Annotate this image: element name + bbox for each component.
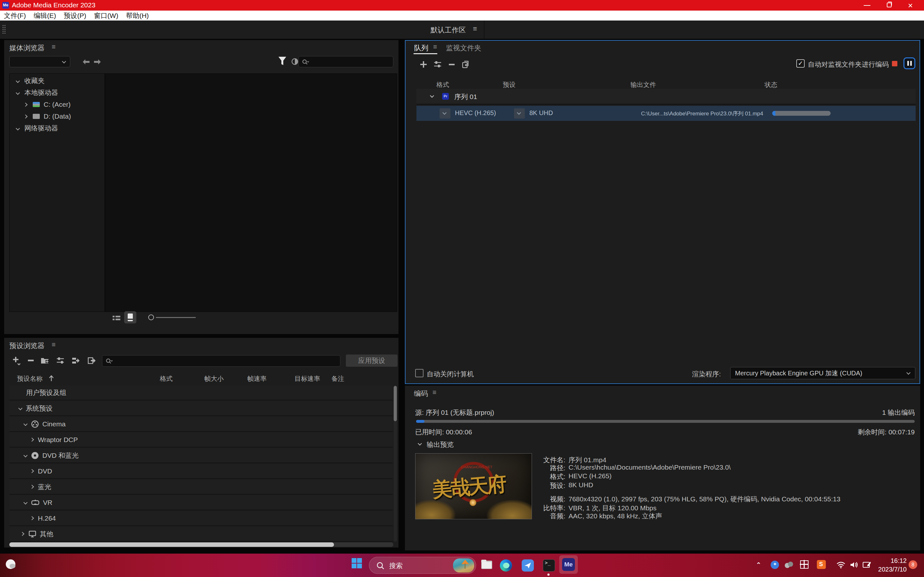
tab-watch-folders[interactable]: 监视文件夹 (446, 43, 481, 53)
menu-preset[interactable]: 预设(P) (64, 11, 86, 20)
grip-handle-icon[interactable] (3, 25, 3, 26)
media-browser-menu-icon[interactable]: ≡ (52, 43, 55, 51)
qcol-format[interactable]: 格式 (436, 81, 449, 89)
back-arrow-icon[interactable] (82, 59, 90, 65)
minimize-button[interactable] (857, 0, 877, 11)
auto-encode-checkbox[interactable]: ✓ (796, 59, 804, 68)
tray-sogou-icon[interactable]: S (817, 560, 826, 569)
list-view-icon[interactable] (113, 315, 120, 321)
workspace-menu-icon[interactable]: ≡ (473, 25, 477, 33)
renderer-select[interactable]: Mercury Playback Engine GPU 加速 (CUDA) (730, 367, 915, 379)
tree-item-drive-d[interactable]: D: (Data) (24, 111, 71, 122)
queue-item-format[interactable]: HEVC (H.265) (455, 109, 496, 117)
export-preset-icon[interactable] (87, 356, 97, 366)
forward-arrow-icon[interactable] (94, 59, 102, 65)
preset-row-dvd[interactable]: DVD (9, 464, 393, 479)
preset-row-cinema[interactable]: Cinema (9, 417, 393, 432)
tree-item-network-drives[interactable]: 网络驱动器 (16, 123, 58, 134)
tray-app1-icon[interactable]: ✦ (771, 561, 779, 569)
preset-row-system[interactable]: 系统预设 (9, 401, 393, 416)
wifi-icon[interactable] (836, 561, 846, 569)
encoding-menu-icon[interactable]: ≡ (433, 388, 436, 396)
thumbnail-view-icon[interactable] (124, 311, 136, 324)
search-icon (105, 358, 113, 365)
preset-row-h264[interactable]: H.264 (9, 511, 393, 526)
zoom-slider-track[interactable] (156, 317, 196, 318)
qcol-status[interactable]: 状态 (764, 81, 777, 89)
format-dropdown[interactable] (439, 108, 451, 119)
zoom-slider-handle[interactable] (148, 314, 154, 320)
preset-settings-icon[interactable] (55, 356, 65, 366)
col-target-rate[interactable]: 目标速率 (294, 374, 320, 383)
add-source-icon[interactable] (419, 60, 428, 69)
tray-ime-icon[interactable] (800, 560, 809, 569)
pen-icon[interactable] (863, 561, 871, 569)
preset-dropdown[interactable] (514, 108, 525, 119)
workspace-label[interactable]: 默认工作区 (431, 25, 466, 35)
notification-badge[interactable]: 8 (909, 560, 917, 569)
queue-item-row[interactable]: HEVC (H.265) 8K UHD C:\User...ts\Adobe\P… (417, 106, 916, 121)
remove-source-icon[interactable] (447, 60, 456, 69)
col-frame-rate[interactable]: 帧速率 (247, 374, 267, 383)
apply-preset-button[interactable]: 应用预设 (346, 355, 397, 367)
search-highlight-image[interactable] (453, 558, 474, 572)
preset-search-input[interactable] (102, 355, 341, 367)
add-preset-icon[interactable] (11, 356, 21, 366)
preset-row-wraptor[interactable]: Wraptor DCP (9, 432, 393, 448)
weather-icon[interactable] (5, 559, 17, 570)
tree-item-local-drives[interactable]: 本地驱动器 (16, 87, 58, 98)
tray-app2-icon[interactable] (785, 562, 793, 569)
start-button[interactable] (352, 558, 362, 568)
menu-edit[interactable]: 编辑(E) (34, 11, 56, 20)
remove-preset-icon[interactable] (26, 356, 36, 366)
queue-group-row[interactable]: Pr 序列 01 (417, 89, 916, 105)
taskbar-edge-icon[interactable] (499, 558, 514, 572)
taskbar-terminal-icon[interactable]: >_ (542, 558, 557, 572)
taskbar-clock[interactable]: 16:12 2023/7/10 (878, 556, 907, 574)
preset-row-other[interactable]: 其他 (9, 527, 393, 542)
col-preset-name[interactable]: 预设名称 (17, 374, 43, 383)
filter-icon[interactable] (278, 56, 287, 66)
queue-item-output[interactable]: C:\User...ts\Adobe\Premiere Pro\23.0\序列 … (641, 110, 763, 117)
stop-icon[interactable] (892, 61, 897, 66)
taskbar-explorer-icon[interactable] (480, 558, 494, 572)
tree-item-drive-c[interactable]: C: (Acer) (24, 99, 71, 110)
close-button[interactable]: × (902, 0, 921, 11)
queue-item-preset[interactable]: 8K UHD (529, 109, 553, 117)
qcol-preset[interactable]: 预设 (503, 81, 515, 89)
preset-row-bluray[interactable]: 蓝光 (9, 480, 393, 495)
preset-row-dvd-bluray[interactable]: DVD 和蓝光 (9, 448, 393, 463)
tray-expand-icon[interactable]: ⌃ (756, 561, 761, 569)
queue-menu-icon[interactable]: ≡ (433, 43, 437, 51)
menu-window[interactable]: 窗口(W) (94, 11, 118, 20)
sort-asc-icon (48, 376, 54, 382)
menu-file[interactable]: 文件(F) (4, 11, 26, 20)
ingest-icon[interactable] (291, 58, 299, 65)
taskbar-app-icon[interactable] (521, 558, 535, 572)
tab-queue[interactable]: 队列 (414, 43, 428, 53)
taskbar-search[interactable]: 搜索 (369, 557, 476, 574)
menu-help[interactable]: 帮助(H) (126, 11, 149, 20)
taskbar-media-encoder-icon[interactable]: Me (559, 555, 578, 574)
pause-button[interactable] (903, 57, 915, 69)
volume-icon[interactable] (850, 561, 859, 569)
preset-vscrollbar[interactable] (394, 385, 397, 542)
restore-button[interactable] (880, 0, 899, 11)
qcol-output-file[interactable]: 输出文件 (630, 81, 656, 89)
preset-row-vr[interactable]: VR (9, 495, 393, 510)
duplicate-icon[interactable] (461, 60, 470, 69)
preset-hscrollbar[interactable] (9, 542, 393, 547)
tree-item-favorites[interactable]: 收藏夹 (16, 75, 45, 86)
col-format[interactable]: 格式 (160, 374, 173, 383)
import-preset-icon[interactable] (71, 356, 81, 366)
media-search-input[interactable] (298, 56, 393, 67)
preview-chevron-icon[interactable] (418, 442, 422, 446)
new-group-icon[interactable] (40, 356, 50, 366)
auto-shutdown-checkbox[interactable] (415, 369, 423, 377)
media-browser-dropdown[interactable] (9, 56, 70, 67)
preset-row-user[interactable]: 用户预设及组 (9, 385, 393, 400)
add-output-icon[interactable] (433, 60, 442, 69)
col-frame-size[interactable]: 帧大小 (204, 374, 224, 383)
col-comment[interactable]: 备注 (331, 374, 344, 383)
preset-browser-menu-icon[interactable]: ≡ (52, 341, 55, 348)
